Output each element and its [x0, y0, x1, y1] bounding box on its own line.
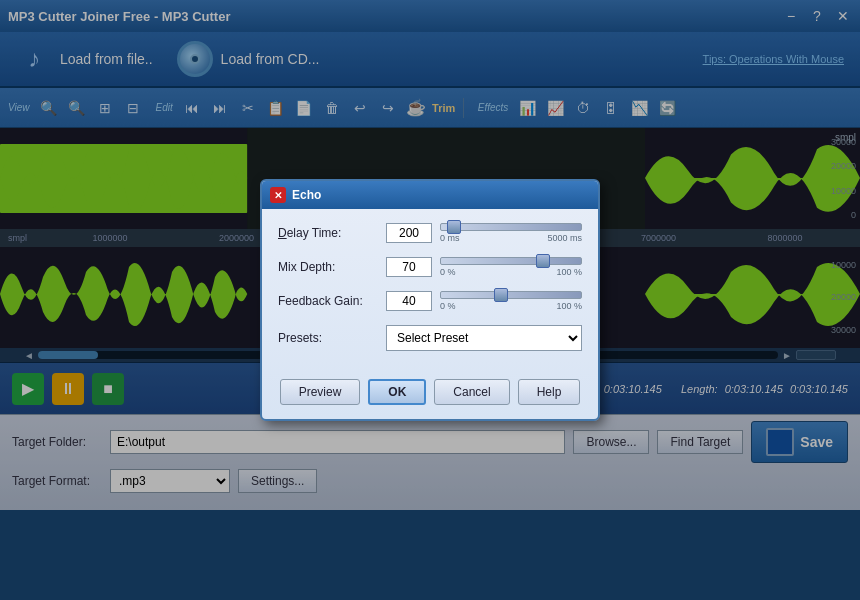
- delay-time-slider[interactable]: [440, 223, 582, 231]
- feedback-gain-slider-container: 0 % 100 %: [440, 291, 582, 311]
- delay-time-label: Delay Time:: [278, 226, 378, 240]
- cancel-button[interactable]: Cancel: [434, 379, 509, 405]
- feedback-gain-input[interactable]: [386, 291, 432, 311]
- delay-time-labels: 0 ms 5000 ms: [440, 233, 582, 243]
- feedback-gain-row: Feedback Gain: 0 % 100 %: [278, 291, 582, 311]
- dialog-titlebar: ✕ Echo: [262, 181, 598, 209]
- presets-label: Presets:: [278, 331, 378, 345]
- mix-depth-slider[interactable]: [440, 257, 582, 265]
- help-dialog-button[interactable]: Help: [518, 379, 581, 405]
- delay-max-label: 5000 ms: [547, 233, 582, 243]
- mix-depth-label: Mix Depth:: [278, 260, 378, 274]
- mix-depth-thumb[interactable]: [536, 254, 550, 268]
- ok-button[interactable]: OK: [368, 379, 426, 405]
- feedback-min-label: 0 %: [440, 301, 456, 311]
- dialog-buttons: Preview OK Cancel Help: [262, 375, 598, 419]
- echo-dialog: ✕ Echo Delay Time: 0 ms 5000 ms: [260, 179, 600, 421]
- feedback-max-label: 100 %: [556, 301, 582, 311]
- feedback-gain-label: Feedback Gain:: [278, 294, 378, 308]
- mix-max-label: 100 %: [556, 267, 582, 277]
- dialog-close-button[interactable]: ✕: [270, 187, 286, 203]
- delay-time-slider-container: 0 ms 5000 ms: [440, 223, 582, 243]
- feedback-gain-slider[interactable]: [440, 291, 582, 299]
- feedback-gain-thumb[interactable]: [494, 288, 508, 302]
- delay-time-thumb[interactable]: [447, 220, 461, 234]
- dialog-body: Delay Time: 0 ms 5000 ms Mix Depth:: [262, 209, 598, 375]
- mix-depth-input[interactable]: [386, 257, 432, 277]
- presets-select[interactable]: Select Preset: [386, 325, 582, 351]
- delay-min-label: 0 ms: [440, 233, 460, 243]
- mix-depth-row: Mix Depth: 0 % 100 %: [278, 257, 582, 277]
- dialog-title: Echo: [292, 188, 321, 202]
- feedback-labels: 0 % 100 %: [440, 301, 582, 311]
- mix-depth-slider-container: 0 % 100 %: [440, 257, 582, 277]
- mix-min-label: 0 %: [440, 267, 456, 277]
- delay-time-input[interactable]: [386, 223, 432, 243]
- dialog-overlay: ✕ Echo Delay Time: 0 ms 5000 ms: [0, 0, 860, 600]
- preview-button[interactable]: Preview: [280, 379, 361, 405]
- delay-time-row: Delay Time: 0 ms 5000 ms: [278, 223, 582, 243]
- mix-depth-labels: 0 % 100 %: [440, 267, 582, 277]
- presets-row: Presets: Select Preset: [278, 325, 582, 351]
